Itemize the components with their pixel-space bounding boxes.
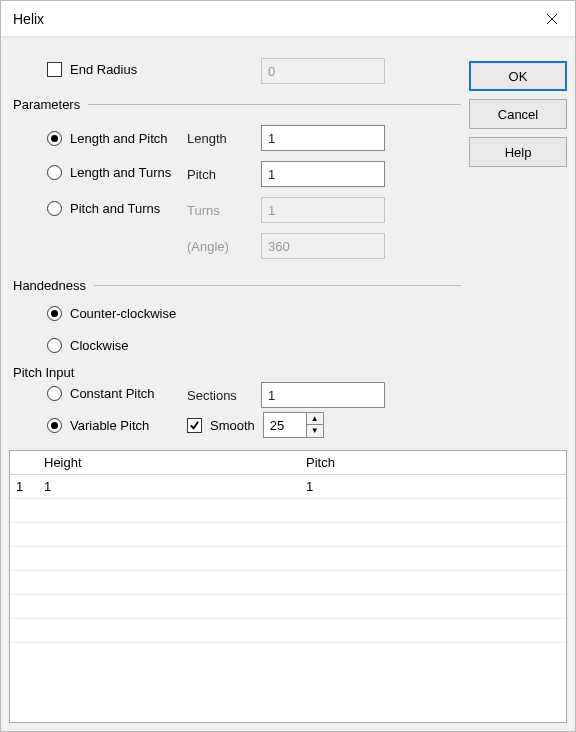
handedness-header: Handedness <box>13 278 86 293</box>
turns-field: 1 <box>261 197 385 223</box>
window-title: Helix <box>13 11 44 27</box>
pitch-input-header: Pitch Input <box>13 365 74 380</box>
pitch-field[interactable]: 1 <box>261 161 385 187</box>
table-row[interactable]: ... <box>10 595 566 619</box>
helix-dialog: Helix End Radius 0 <box>0 0 576 732</box>
smooth-label: Smooth <box>210 418 255 433</box>
smooth-stepper[interactable]: 25 ▲ ▼ <box>263 412 324 438</box>
titlebar: Helix <box>1 1 575 37</box>
close-icon <box>546 13 558 25</box>
spinner-down-icon[interactable]: ▼ <box>307 425 323 437</box>
table-row[interactable]: ... <box>10 523 566 547</box>
table-row[interactable]: ... <box>10 619 566 643</box>
turns-label: Turns <box>187 203 261 218</box>
end-radius-checkbox[interactable]: End Radius <box>47 62 137 77</box>
ok-button[interactable]: OK <box>469 61 567 91</box>
radio-variable-pitch[interactable]: Variable Pitch <box>47 418 149 433</box>
sections-field[interactable]: 1 <box>261 382 385 408</box>
table-row[interactable]: ... <box>10 547 566 571</box>
help-button[interactable]: Help <box>469 137 567 167</box>
close-button[interactable] <box>529 1 575 36</box>
dialog-body: End Radius 0 Parameters <box>1 37 575 731</box>
sections-label: Sections <box>187 388 261 403</box>
radio-constant-pitch[interactable]: Constant Pitch <box>47 386 155 401</box>
table-row[interactable]: ... <box>10 499 566 523</box>
parameters-header: Parameters <box>13 97 80 112</box>
end-radius-label: End Radius <box>70 62 137 77</box>
table-body: 111.................. <box>10 475 566 643</box>
length-field[interactable]: 1 <box>261 125 385 151</box>
radio-length-pitch[interactable]: Length and Pitch <box>47 131 168 146</box>
cancel-button[interactable]: Cancel <box>469 99 567 129</box>
table-header: Height Pitch <box>10 451 566 475</box>
radio-cw[interactable]: Clockwise <box>47 338 129 353</box>
col-height: Height <box>38 455 300 470</box>
table-row[interactable]: ... <box>10 571 566 595</box>
radio-pitch-turns[interactable]: Pitch and Turns <box>47 201 160 216</box>
length-label: Length <box>187 131 261 146</box>
angle-field: 360 <box>261 233 385 259</box>
table-row[interactable]: 111 <box>10 475 566 499</box>
radio-ccw[interactable]: Counter-clockwise <box>47 306 176 321</box>
angle-label: (Angle) <box>187 239 261 254</box>
smooth-checkbox[interactable]: Smooth <box>187 418 255 433</box>
spinner-up-icon[interactable]: ▲ <box>307 413 323 425</box>
radio-length-turns[interactable]: Length and Turns <box>47 165 171 180</box>
pitch-label: Pitch <box>187 167 261 182</box>
end-radius-field: 0 <box>261 58 385 84</box>
col-pitch: Pitch <box>300 455 566 470</box>
pitch-table[interactable]: Height Pitch 111.................. <box>9 450 567 723</box>
